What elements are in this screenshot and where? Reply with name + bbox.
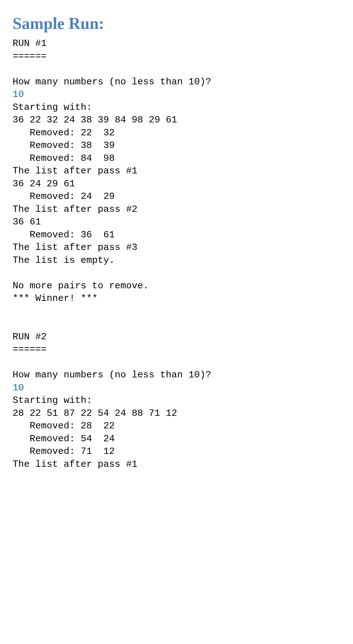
run-2-removed-3: Removed: 71 12 <box>13 446 115 457</box>
run-1-title: RUN #1 <box>13 38 47 49</box>
run-2-starting-label: Starting with: <box>13 395 92 406</box>
run-2-user-input: 10 <box>13 382 24 393</box>
run-1-starting-label: Starting with: <box>13 102 92 113</box>
run-1-removed-5: Removed: 36 61 <box>13 229 115 240</box>
run-1-user-input: 10 <box>13 89 24 100</box>
run-2-prompt: How many numbers (no less than 10)? <box>13 370 211 380</box>
run-2-removed-1: Removed: 28 22 <box>13 421 115 431</box>
run-1-removed-4: Removed: 24 29 <box>13 191 115 202</box>
run-1-removed-3: Removed: 84 98 <box>13 153 115 164</box>
run-2-pass1-label: The list after pass #1 <box>13 459 137 470</box>
run-1-no-more: No more pairs to remove. <box>13 280 149 291</box>
run-1-removed-2: Removed: 38 39 <box>13 140 115 151</box>
run-1-pass2-label: The list after pass #2 <box>13 204 137 215</box>
run-1-pass1-list: 36 24 29 61 <box>13 178 75 189</box>
run-2-removed-2: Removed: 54 24 <box>13 433 115 444</box>
run-1-pass3-label: The list after pass #3 <box>13 242 137 253</box>
run-1-empty-label: The list is empty. <box>13 255 115 266</box>
run-1-block: RUN #1 ====== How many numbers (no less … <box>13 37 340 471</box>
run-1-removed-1: Removed: 22 32 <box>13 127 115 138</box>
run-1-pass1-label: The list after pass #1 <box>13 166 137 176</box>
section-heading: Sample Run: <box>13 13 340 35</box>
run-1-winner: *** Winner! *** <box>13 293 98 304</box>
run-2-divider: ====== <box>13 344 47 355</box>
run-2-title: RUN #2 <box>13 331 47 342</box>
run-1-pass2-list: 36 61 <box>13 217 41 227</box>
run-1-divider: ====== <box>13 51 47 62</box>
run-1-starting-list: 36 22 32 24 38 39 84 98 29 61 <box>13 115 177 125</box>
run-1-prompt: How many numbers (no less than 10)? <box>13 76 211 87</box>
run-2-starting-list: 28 22 51 87 22 54 24 88 71 12 <box>13 408 177 419</box>
